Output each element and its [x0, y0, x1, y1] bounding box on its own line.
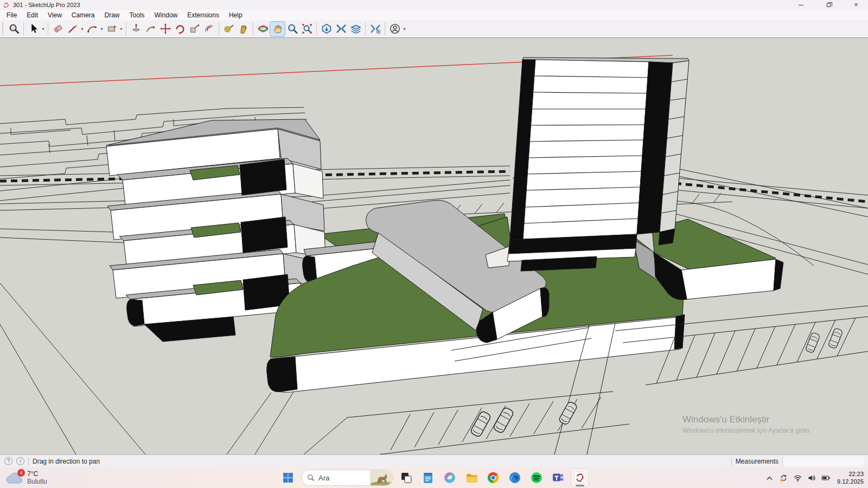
sketchup-logo-icon — [3, 2, 9, 8]
weather-temperature: 7°C — [27, 470, 47, 478]
account-button[interactable] — [387, 22, 402, 36]
menu-extensions[interactable]: Extensions — [182, 11, 224, 20]
tray-chevron-icon[interactable] — [764, 473, 774, 483]
menu-help[interactable]: Help — [224, 11, 247, 20]
model-viewport[interactable]: Windows'u Etkinleştir Windows'u etkinleş… — [0, 38, 868, 454]
geolocation-icon[interactable]: ? — [4, 457, 12, 465]
account-dropdown-caret[interactable]: ▾ — [402, 27, 407, 31]
chrome-icon — [487, 471, 500, 484]
menu-camera[interactable]: Camera — [67, 11, 100, 20]
menu-file[interactable]: File — [2, 11, 22, 20]
status-hint: Drag in direction to pan — [33, 458, 100, 465]
push-pull-tool-button[interactable] — [129, 22, 143, 36]
restore-icon — [827, 3, 831, 7]
offset-tool-button[interactable] — [202, 22, 216, 36]
extension-warehouse-button[interactable] — [334, 22, 348, 36]
scenes-button[interactable] — [348, 22, 363, 36]
spotify-icon — [530, 471, 543, 484]
select-tool-button[interactable] — [26, 22, 41, 36]
battery-icon[interactable] — [821, 473, 831, 483]
maximize-button[interactable] — [816, 0, 840, 10]
weather-widget[interactable]: 4 7°C Bulutlu — [4, 467, 47, 488]
paint-bucket-tool-button[interactable] — [236, 22, 251, 36]
folder-icon — [465, 471, 478, 484]
start-button[interactable] — [279, 468, 297, 487]
search-highlight-image — [370, 470, 393, 486]
spotify-app-button[interactable] — [528, 468, 545, 487]
sketchup-window: 301 - SketchUp Pro 2023 × File Edit View… — [0, 0, 868, 488]
taskbar-center: Ara — [279, 467, 589, 488]
copilot-icon — [443, 471, 456, 484]
scale-tool-button[interactable] — [187, 22, 202, 36]
zoom-window-tool-button[interactable] — [7, 22, 21, 36]
sync-update-icon[interactable] — [778, 473, 788, 483]
notepad-icon — [422, 471, 435, 484]
notepad-app-button[interactable] — [419, 468, 437, 487]
close-button[interactable]: × — [844, 0, 868, 10]
zoom-tool-button[interactable] — [285, 22, 299, 36]
wifi-icon[interactable] — [793, 473, 802, 483]
chrome-app-button[interactable] — [484, 468, 502, 487]
tray-clock[interactable]: 22:23 9.12.2025 — [837, 470, 864, 486]
sketchup-app-icon — [573, 471, 586, 484]
minimize-button[interactable] — [789, 0, 813, 10]
arc-dropdown-caret[interactable]: ▾ — [99, 27, 104, 31]
weather-alert-badge: 4 — [17, 469, 25, 477]
menu-bar: File Edit View Camera Draw Tools Window … — [0, 10, 868, 20]
measurements-label: Measurements — [736, 458, 778, 465]
menu-window[interactable]: Window — [150, 11, 183, 20]
line-dropdown-caret[interactable]: ▾ — [80, 27, 85, 31]
title-bar: 301 - SketchUp Pro 2023 × — [0, 0, 868, 10]
3d-warehouse-button[interactable] — [319, 22, 334, 36]
3d-scene — [0, 38, 868, 454]
tray-time: 22:23 — [837, 470, 864, 478]
menu-tools[interactable]: Tools — [125, 11, 150, 20]
move-tool-button[interactable] — [158, 22, 173, 36]
taskbar-search[interactable]: Ara — [301, 470, 393, 486]
edge-icon — [508, 471, 521, 484]
extension-manager-button[interactable] — [368, 22, 382, 36]
teams-app-button[interactable] — [550, 468, 567, 487]
windows-logo-icon — [282, 471, 295, 484]
close-icon: × — [854, 2, 858, 8]
copilot-app-button[interactable] — [441, 468, 458, 487]
line-tool-button[interactable] — [65, 22, 80, 36]
file-explorer-button[interactable] — [463, 468, 480, 487]
tape-measure-tool-button[interactable] — [221, 22, 236, 36]
task-view-icon — [400, 471, 413, 484]
toolbar-drag-handle[interactable] — [2, 23, 4, 35]
shapes-tool-button[interactable] — [104, 22, 119, 36]
info-icon[interactable]: i — [16, 457, 24, 465]
minimize-icon — [799, 5, 803, 5]
edge-app-button[interactable] — [506, 468, 524, 487]
system-tray: 22:23 9.12.2025 — [764, 467, 864, 488]
teams-icon — [552, 471, 565, 484]
task-view-button[interactable] — [398, 468, 415, 487]
orbit-tool-button[interactable] — [256, 22, 270, 36]
shapes-dropdown-caret[interactable]: ▾ — [119, 27, 124, 31]
volume-icon[interactable] — [807, 473, 816, 483]
zoom-extents-tool-button[interactable] — [299, 22, 314, 36]
select-dropdown-caret[interactable]: ▾ — [41, 27, 46, 31]
menu-edit[interactable]: Edit — [22, 11, 43, 20]
rotate-tool-button[interactable] — [173, 22, 187, 36]
search-icon — [307, 474, 315, 481]
measurements-input[interactable] — [782, 457, 864, 466]
eraser-tool-button[interactable] — [50, 22, 65, 36]
pan-tool-button[interactable] — [270, 22, 285, 36]
status-bar: ? i Drag in direction to pan Measurement… — [0, 454, 868, 467]
search-placeholder: Ara — [318, 474, 329, 482]
tray-date: 9.12.2025 — [837, 478, 864, 485]
window-title: 301 - SketchUp Pro 2023 — [13, 2, 80, 8]
toolbar: ▾ ▾ ▾ ▾ — [0, 20, 868, 38]
sketchup-app-button[interactable] — [571, 468, 589, 487]
arc-tool-button[interactable] — [85, 22, 99, 36]
menu-draw[interactable]: Draw — [100, 11, 125, 20]
follow-me-tool-button[interactable] — [143, 22, 158, 36]
weather-condition: Bulutlu — [27, 478, 47, 485]
taskbar: 4 7°C Bulutlu Ara — [0, 467, 868, 488]
menu-view[interactable]: View — [43, 11, 67, 20]
